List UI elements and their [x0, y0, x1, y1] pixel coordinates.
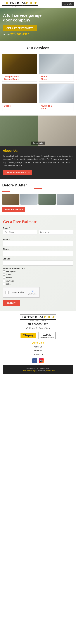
- checkbox-input-sheds[interactable]: [3, 274, 5, 276]
- first-name-group: [3, 230, 37, 235]
- hero-content: A full service garage door company GET A…: [3, 13, 46, 36]
- zip-field-group: Zip Code: [3, 258, 73, 266]
- service-card-decks[interactable]: Decks: [2, 84, 37, 111]
- logo-text: T⚙ TANDEM·BUILT: [2, 0, 38, 6]
- checkbox-input-awnings[interactable]: [3, 280, 5, 282]
- chi-text: C.H.I.: [43, 333, 51, 337]
- ba-after-half: [38, 116, 76, 146]
- footer-logo-text: T⚙ TANDEM·BUILT: [20, 314, 57, 320]
- last-name-group: [39, 230, 73, 235]
- social-icons: f 📷: [3, 358, 73, 363]
- footer-bottom: Copyright © 2022 Tandem Built Buffalo We…: [3, 365, 73, 374]
- estimate-form: Name * Email * Phone * Zip Code Serv: [3, 227, 73, 306]
- checkbox-input-other[interactable]: [3, 283, 5, 285]
- captcha-widget: I'm not a robot ♻ reCAPTCHAPrivacy - Ter…: [3, 287, 40, 298]
- ba-divider: [2, 192, 10, 192]
- phone-field-group: Phone *: [3, 248, 73, 256]
- footer-link-about[interactable]: About Us: [3, 345, 73, 349]
- about-content: About Us Tandem Built LLC roots begin wi…: [0, 146, 76, 175]
- logo-icon-accent: ⚙: [6, 1, 9, 5]
- about-section: Before | After About Us Tandem Built LLC…: [0, 116, 76, 179]
- ba-thumb-3: [39, 194, 56, 204]
- menu-label: Menu: [67, 3, 72, 5]
- service-image-sheds: [39, 54, 73, 74]
- checkbox-input-garage[interactable]: [3, 270, 5, 272]
- services-section: Our Services Garage DoorsGarage Doors Sh…: [0, 41, 76, 116]
- checkbox-other[interactable]: Other: [3, 283, 73, 285]
- footer-hours: ◷ Mon - Fri 9am - 5pm: [3, 327, 73, 330]
- hours-text: Mon - Fri 9am - 5pm: [29, 327, 50, 330]
- recaptcha-icon-symbol: ♻: [31, 289, 34, 292]
- submit-button[interactable]: SUBMIT: [3, 300, 20, 306]
- ba-thumbnails: [2, 194, 74, 204]
- footer-phone: ☎ 724-565-1228: [3, 323, 73, 326]
- checkbox-label-sheds: Sheds: [6, 274, 12, 276]
- checkbox-input-decks[interactable]: [3, 277, 5, 279]
- estimate-section: Get a Free Estimate Name * Email * Phone…: [0, 215, 76, 310]
- view-all-button[interactable]: VIEW ALL IMAGES: [2, 207, 25, 212]
- name-label: Name *: [3, 227, 73, 229]
- last-name-input[interactable]: [39, 230, 73, 235]
- powered-by-text: Buffalo Web Design | Powered by AddMe.co…: [5, 370, 71, 372]
- hero-phone-link[interactable]: 724-565-1328: [10, 33, 29, 36]
- hero-headline: A full service garage door company: [3, 13, 46, 22]
- checkbox-decks[interactable]: Decks: [3, 276, 73, 279]
- ba-before-half: [0, 116, 38, 146]
- quick-links-title: Quick Links: [3, 342, 73, 344]
- phone-input[interactable]: [3, 251, 73, 256]
- facebook-letter: f: [34, 359, 35, 362]
- buffalo-web-link[interactable]: Buffalo Web Design: [21, 370, 35, 372]
- captcha-checkbox[interactable]: [5, 291, 9, 294]
- service-card-awnings[interactable]: Awnings &More: [39, 84, 74, 111]
- zip-input[interactable]: [3, 260, 73, 266]
- footer-link-services[interactable]: Services: [3, 349, 73, 352]
- checkbox-awnings[interactable]: Awnings: [3, 280, 73, 282]
- addme-link[interactable]: AddMe.com: [46, 370, 55, 372]
- service-image-awnings: [39, 84, 73, 103]
- about-text: Tandem Built LLC roots begin with Thomas…: [3, 154, 73, 167]
- hamburger-icon: ☰: [64, 2, 66, 6]
- about-title: About Us: [3, 149, 73, 153]
- learn-more-button[interactable]: LEARN MORE ABOUT US: [3, 170, 32, 175]
- cta-button[interactable]: GET A FREE ESTIMATE: [3, 25, 37, 31]
- recaptcha-text: reCAPTCHAPrivacy - Terms: [28, 292, 37, 296]
- email-field-group: Email *: [3, 238, 73, 246]
- services-grid: Garage DoorsGarage Doors ShedsSheds Deck…: [2, 54, 74, 111]
- logo-built: BUILT: [26, 1, 37, 5]
- estimate-title: Get a Free Estimate: [3, 220, 73, 224]
- footer-link-contact[interactable]: Contact Us: [3, 352, 73, 356]
- menu-button[interactable]: ☰ Menu: [62, 2, 74, 6]
- service-image-garage: [3, 54, 37, 74]
- name-field-group: Name *: [3, 227, 73, 236]
- ba-thumb-1: [2, 194, 19, 204]
- phone-label: Phone *: [3, 248, 73, 250]
- checkbox-sheds[interactable]: Sheds: [3, 274, 73, 276]
- first-name-input[interactable]: [3, 230, 37, 235]
- instagram-icon[interactable]: 📷: [39, 358, 44, 363]
- ba-split: [0, 116, 76, 146]
- chi-sub: OVERHEAD DOORS: [40, 337, 54, 338]
- checkbox-label-garage: Garage Door: [6, 270, 18, 272]
- clock-icon: ◷: [26, 327, 28, 330]
- services-checkboxes: Garage Door Sheds Decks Awnings Other: [3, 270, 73, 285]
- service-label-decks: Decks: [3, 103, 37, 108]
- email-input[interactable]: [3, 241, 73, 246]
- brand-logos: Clopay C.H.I. OVERHEAD DOORS: [3, 332, 73, 339]
- checkbox-garage-door[interactable]: Garage Door: [3, 270, 73, 272]
- footer-logo-tagline: Quality. Custom. Craftsmen: [3, 320, 73, 321]
- services-label: Services Interested In *: [3, 267, 73, 270]
- before-after-label: Before | After: [31, 142, 45, 144]
- service-card-garage[interactable]: Garage DoorsGarage Doors: [2, 54, 37, 82]
- service-label-awnings: Awnings &More: [39, 103, 73, 111]
- facebook-icon[interactable]: f: [32, 358, 37, 363]
- instagram-symbol: 📷: [40, 360, 43, 362]
- logo: T⚙ TANDEM·BUILT Quality. Custom. Craftsm…: [2, 1, 38, 7]
- footer-phone-link[interactable]: 724-565-1228: [32, 323, 48, 326]
- email-label: Email *: [3, 238, 73, 240]
- service-card-sheds[interactable]: ShedsSheds: [39, 54, 74, 82]
- ba-section-title: Before & After: [2, 183, 74, 189]
- phone-icon: ☎: [28, 323, 31, 326]
- checkbox-label-decks: Decks: [6, 276, 12, 279]
- footer-quick-links: Quick Links About Us Services Contact Us: [3, 342, 73, 356]
- chi-logo: C.H.I. OVERHEAD DOORS: [38, 332, 56, 339]
